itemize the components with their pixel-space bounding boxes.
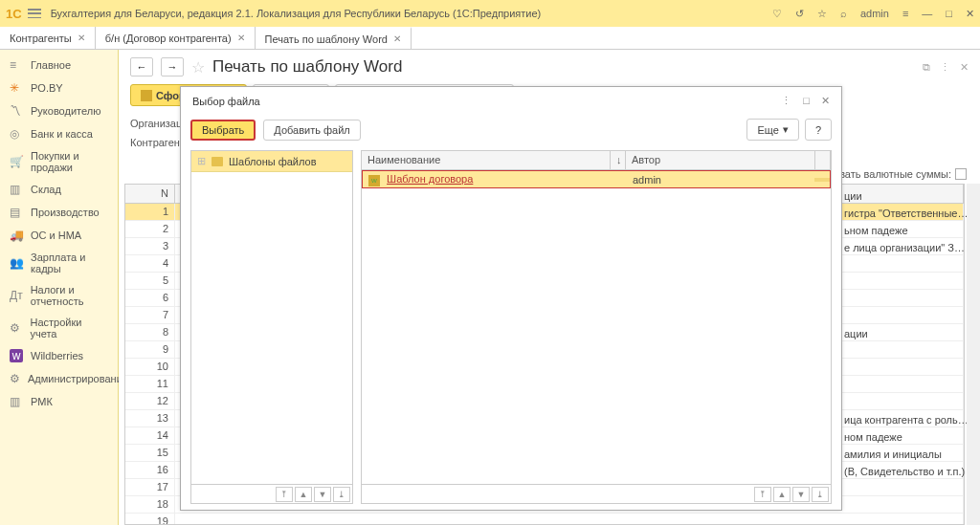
nav-last-icon[interactable]: ⤓ xyxy=(812,487,829,502)
sidebar-item-taxes[interactable]: ДтНалоги и отчетность xyxy=(0,279,118,312)
sidebar-item-label: Wildberries xyxy=(31,350,83,361)
nav-forward-button[interactable]: → xyxy=(161,57,184,77)
chart-icon: 〽 xyxy=(10,104,23,118)
row-number: 10 xyxy=(125,359,175,375)
row-number: 18 xyxy=(125,496,175,513)
username-label[interactable]: admin xyxy=(860,8,889,19)
people-icon: 👥 xyxy=(10,256,23,270)
page-close-icon[interactable]: ✕ xyxy=(960,61,969,74)
sidebar-item-label: Налоги и отчетность xyxy=(31,284,108,307)
file-list: Наименование ↓ Автор w Шаблон договора a… xyxy=(361,150,832,504)
chevron-down-icon: ▾ xyxy=(783,123,789,136)
sidebar-item-production[interactable]: ▤Производство xyxy=(0,201,118,224)
nav-first-icon[interactable]: ⤒ xyxy=(276,487,293,502)
sidebar-item-assets[interactable]: 🚚ОС и НМА xyxy=(0,224,118,247)
sidebar-item-bank[interactable]: ◎Банк и касса xyxy=(0,122,118,145)
hint-text: ации xyxy=(844,325,970,342)
sidebar-item-label: ОС и НМА xyxy=(31,230,81,241)
expand-icon[interactable]: ⊞ xyxy=(197,155,206,167)
sidebar-item-sales[interactable]: 🛒Покупки и продажи xyxy=(0,145,118,178)
hint-text: ном падеже xyxy=(844,428,970,446)
sidebar-item-main[interactable]: ≡Главное xyxy=(0,54,118,77)
history-icon[interactable]: ↺ xyxy=(795,8,804,20)
sidebar-item-label: Зарплата и кадры xyxy=(31,252,108,274)
grid-row[interactable]: 19 xyxy=(125,514,964,524)
nav-down-icon[interactable]: ▼ xyxy=(314,487,331,502)
folder-icon xyxy=(212,157,223,166)
tab-print-template[interactable]: Печать по шаблону Word ✕ xyxy=(256,27,412,49)
sidebar-item-poby[interactable]: ✳PO.BY xyxy=(0,77,118,99)
dialog-menu-icon[interactable]: ⋮ xyxy=(781,95,791,107)
link-icon[interactable]: ⧉ xyxy=(923,61,930,74)
navigation-sidebar: ≡Главное ✳PO.BY 〽Руководителю ◎Банк и ка… xyxy=(0,50,119,525)
add-file-button[interactable]: Добавить файл xyxy=(263,120,360,141)
minimize-icon[interactable]: — xyxy=(922,8,932,19)
nav-up-icon[interactable]: ▲ xyxy=(773,487,791,502)
sidebar-item-label: Производство xyxy=(31,207,100,218)
column-name[interactable]: Наименование xyxy=(362,151,611,169)
nav-last-icon[interactable]: ⤓ xyxy=(333,487,350,502)
tab-close-icon[interactable]: ✕ xyxy=(237,33,245,43)
sidebar-item-label: Администрирование xyxy=(28,373,128,384)
menu-icon[interactable]: ⋮ xyxy=(940,61,950,74)
contragent-label: Контрагент: xyxy=(130,137,188,148)
page-title: Печать по шаблону Word xyxy=(212,57,402,77)
sidebar-item-wildberries[interactable]: wWildberries xyxy=(0,344,118,367)
row-number: 16 xyxy=(125,462,175,478)
row-number: 11 xyxy=(125,376,175,392)
file-author: admin xyxy=(627,172,814,187)
home-icon: ≡ xyxy=(10,58,23,72)
tab-label: Контрагенты xyxy=(10,33,72,44)
document-tabs: Контрагенты ✕ б/н (Договор контрагента) … xyxy=(0,27,980,50)
sidebar-item-admin[interactable]: ⚙Администрирование xyxy=(0,367,118,390)
hint-text: ица контрагента с ролью, ... xyxy=(844,411,970,428)
search-icon[interactable]: ⌕ xyxy=(840,8,847,19)
row-action-icon[interactable] xyxy=(814,178,830,182)
nav-first-icon[interactable]: ⤒ xyxy=(754,487,771,502)
main-menu-icon[interactable] xyxy=(28,9,41,18)
sidebar-item-warehouse[interactable]: ▥Склад xyxy=(0,178,118,201)
row-number: 8 xyxy=(125,324,175,340)
tab-label: Печать по шаблону Word xyxy=(265,33,388,45)
select-button[interactable]: Выбрать xyxy=(190,120,256,141)
row-number: 4 xyxy=(125,255,175,272)
hint-text: ции xyxy=(844,187,970,205)
more-button[interactable]: Еще ▾ xyxy=(746,119,798,141)
nav-back-button[interactable]: ← xyxy=(130,57,153,77)
tree-item[interactable]: ⊞ Шаблоны файлов xyxy=(191,151,352,172)
tab-contragents[interactable]: Контрагенты ✕ xyxy=(0,27,96,49)
tab-close-icon[interactable]: ✕ xyxy=(78,33,85,43)
sort-indicator-icon[interactable]: ↓ xyxy=(611,151,626,169)
tab-contract[interactable]: б/н (Договор контрагента) ✕ xyxy=(96,27,256,49)
vertical-scrollbar[interactable] xyxy=(967,184,980,525)
maximize-icon[interactable]: □ xyxy=(946,8,952,19)
coin-icon: ◎ xyxy=(10,127,23,141)
folder-tree[interactable]: ⊞ Шаблоны файлов ⤒ ▲ ▼ ⤓ xyxy=(190,150,353,504)
nav-down-icon[interactable]: ▼ xyxy=(792,487,810,502)
poby-icon: ✳ xyxy=(10,81,23,95)
dialog-close-icon[interactable]: ✕ xyxy=(821,95,830,107)
gear-icon: ⚙ xyxy=(10,372,20,385)
close-window-icon[interactable]: ✕ xyxy=(966,8,974,20)
file-list-row[interactable]: w Шаблон договора admin xyxy=(362,170,831,188)
help-button[interactable]: ? xyxy=(805,119,832,141)
sidebar-item-label: Покупки и продажи xyxy=(31,150,108,173)
column-author[interactable]: Автор xyxy=(626,151,815,169)
currency-checkbox[interactable] xyxy=(955,168,967,180)
favorite-star-icon[interactable]: ☆ xyxy=(191,58,205,77)
star-icon[interactable]: ☆ xyxy=(817,8,827,20)
bell-icon[interactable]: ♡ xyxy=(772,8,782,20)
column-spacer xyxy=(815,151,831,169)
tab-close-icon[interactable]: ✕ xyxy=(393,33,401,44)
nav-up-icon[interactable]: ▲ xyxy=(295,487,312,502)
file-name: Шаблон договора xyxy=(387,173,473,185)
word-doc-icon: w xyxy=(368,175,380,186)
grid-header-n[interactable]: N xyxy=(125,185,175,203)
sidebar-item-settings[interactable]: ⚙Настройки учета xyxy=(0,312,118,344)
sidebar-item-manager[interactable]: 〽Руководителю xyxy=(0,99,118,122)
dialog-maximize-icon[interactable]: □ xyxy=(803,95,810,107)
app-title: Бухгалтерия для Беларуси, редакция 2.1. … xyxy=(51,8,772,19)
settings-bars-icon[interactable]: ≡ xyxy=(902,8,908,19)
sidebar-item-salary[interactable]: 👥Зарплата и кадры xyxy=(0,247,118,279)
sidebar-item-rmk[interactable]: ▥РМК xyxy=(0,390,118,413)
